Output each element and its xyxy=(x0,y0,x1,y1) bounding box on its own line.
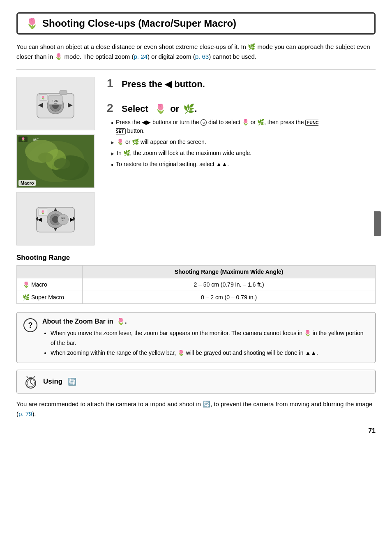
step1-number: 1 xyxy=(107,77,118,90)
svg-rect-4 xyxy=(60,90,67,95)
step2-bullets: Press the ◀▶ buttons or turn the ○ dial … xyxy=(107,118,376,169)
step1-title: Press the ◀ button. xyxy=(122,79,205,90)
table-col-header: Shooting Range (Maximum Wide Angle) xyxy=(83,266,376,278)
steps-column: 1 Press the ◀ button. 2 Select 🌷 or 🌿. xyxy=(107,77,376,245)
svg-text:🌷: 🌷 xyxy=(41,210,45,215)
step2-number: 2 xyxy=(107,102,118,115)
svg-text:SET: SET xyxy=(62,220,64,222)
svg-text:🌷: 🌷 xyxy=(41,95,45,99)
info-box-bullets: When you move the zoom lever, the zoom b… xyxy=(42,329,369,358)
table-col-empty xyxy=(17,266,83,278)
svg-text:◀: ◀ xyxy=(38,102,43,108)
svg-text:FUNC: FUNC xyxy=(61,217,65,219)
svg-text:MF: MF xyxy=(33,138,39,142)
step2-macro-photo: 🌷 MF Macro xyxy=(16,134,95,188)
link-p24[interactable]: p. 24 xyxy=(134,53,148,60)
svg-point-17 xyxy=(38,153,53,162)
step2-block: 2 Select 🌷 or 🌿. Press the ◀▶ buttons or… xyxy=(107,102,376,169)
using-paragraph: You are recommended to attach the camera… xyxy=(16,399,376,419)
page-title: 🌷 Shooting Close-ups (Macro/Super Macro) xyxy=(16,12,376,35)
images-column: FUNC SET ◀ ▶ 🌷 xyxy=(16,77,99,245)
table-mode-2: 🌿 Super Macro xyxy=(17,291,83,304)
info-bullet-2: When zooming within the range of the yel… xyxy=(51,348,369,358)
step1-block: 1 Press the ◀ button. xyxy=(107,77,376,90)
step2-header: 2 Select 🌷 or 🌿. xyxy=(107,102,376,115)
step2-title: Select 🌷 or 🌿. xyxy=(122,104,197,114)
using-title: Using 🔄 xyxy=(43,377,76,386)
camera-svg-2: FUNC SET ◀ ▶ 🌷 xyxy=(29,198,82,239)
step1-camera-image: FUNC SET ◀ ▶ 🌷 xyxy=(16,77,95,130)
table-row: 🌿 Super Macro 0 – 2 cm (0 – 0.79 in.) xyxy=(17,291,376,304)
table-range-2: 0 – 2 cm (0 – 0.79 in.) xyxy=(83,291,376,304)
bullet-circle-icon xyxy=(111,118,113,127)
camera-svg-1: FUNC SET ◀ ▶ 🌷 xyxy=(29,83,82,124)
bullet-arrow-icon-2 xyxy=(111,149,114,157)
svg-rect-41 xyxy=(29,377,32,379)
using-box: Using 🔄 xyxy=(16,370,376,393)
table-mode-1: 🌷 Macro xyxy=(17,278,83,291)
table-row: 🌷 Macro 2 – 50 cm (0.79 in. – 1.6 ft.) xyxy=(17,278,376,291)
intro-paragraph: You can shoot an object at a close dista… xyxy=(16,42,376,62)
macro-icon: 🌷 xyxy=(26,18,38,29)
bullet-circle-icon-2 xyxy=(111,160,113,169)
bullet-arrow-icon-1 xyxy=(111,138,114,146)
bullet-4: To restore to the original setting, sele… xyxy=(111,160,376,169)
shooting-range-section: Shooting Range Shooting Range (Maximum W… xyxy=(16,254,376,304)
steps-section: FUNC SET ◀ ▶ 🌷 xyxy=(16,77,376,245)
page-number: 71 xyxy=(16,427,376,435)
svg-text:▶: ▶ xyxy=(68,102,73,108)
shooting-range-title: Shooting Range xyxy=(16,254,376,262)
table-range-1: 2 – 50 cm (0.79 in. – 1.6 ft.) xyxy=(83,278,376,291)
svg-line-40 xyxy=(31,383,33,384)
bullet-2: 🌷 or 🌿 will appear on the screen. xyxy=(111,138,376,146)
svg-line-43 xyxy=(33,376,35,378)
info-bullet-1: When you move the zoom lever, the zoom b… xyxy=(51,329,369,348)
svg-point-18 xyxy=(54,158,70,169)
svg-line-42 xyxy=(27,376,28,378)
shooting-range-table: Shooting Range (Maximum Wide Angle) 🌷 Ma… xyxy=(16,265,376,304)
using-timer-icon xyxy=(23,374,38,389)
step2-camera-image: FUNC SET ◀ ▶ 🌷 xyxy=(16,192,95,245)
svg-text:SET: SET xyxy=(54,102,57,104)
macro-label: Macro xyxy=(18,180,36,186)
timer-svg xyxy=(23,374,38,389)
bullet-1: Press the ◀▶ buttons or turn the ○ dial … xyxy=(111,118,376,135)
info-box-zoom: ? About the Zoom Bar in 🌷. When you move… xyxy=(16,312,376,363)
svg-text:FUNC: FUNC xyxy=(53,99,58,102)
bullet-3: In 🌿, the zoom will lock at the maximum … xyxy=(111,149,376,157)
link-p63[interactable]: p. 63 xyxy=(195,53,209,60)
section-divider xyxy=(16,69,376,69)
info-box-content: About the Zoom Bar in 🌷. When you move t… xyxy=(42,317,369,358)
link-p79[interactable]: p. 79 xyxy=(18,410,32,417)
info-box-title: About the Zoom Bar in 🌷. xyxy=(42,317,369,325)
info-question-icon: ? xyxy=(23,318,37,332)
step1-header: 1 Press the ◀ button. xyxy=(107,77,376,90)
svg-text:🌷: 🌷 xyxy=(21,137,26,142)
